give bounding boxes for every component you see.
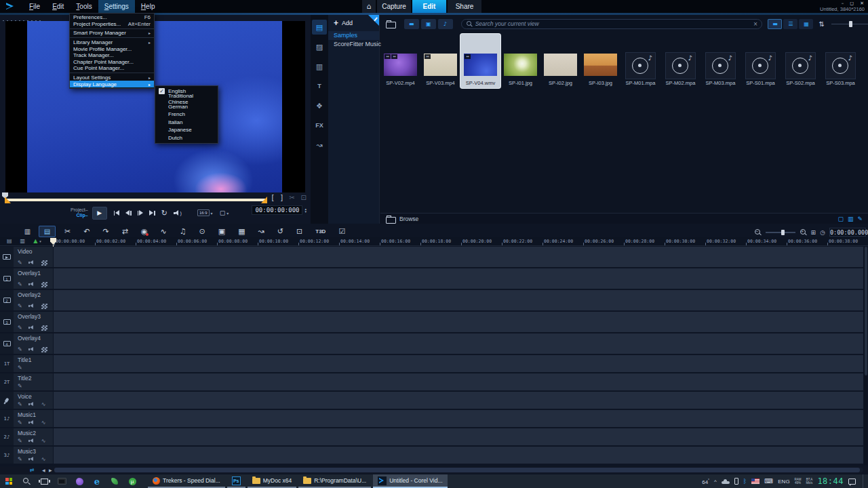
timeline-view-button[interactable]: ▤ [39, 226, 56, 237]
track-header-overlay2[interactable]: 2Overlay2✎ [0, 290, 53, 310]
menu-item-preferences[interactable]: Preferences...F6 [70, 14, 154, 21]
us-flag-icon[interactable] [751, 479, 760, 484]
go-to-end-button[interactable] [149, 209, 155, 217]
trim-clip-button[interactable]: ⇄ [122, 226, 128, 237]
taskbar-clock[interactable]: 18:44 [817, 476, 844, 486]
waveform-icon[interactable]: ∿ [41, 420, 46, 426]
torrent-button[interactable]: µ [123, 474, 141, 488]
scrollbar-thumb[interactable] [54, 468, 860, 472]
track-header-overlay1[interactable]: 1Overlay1✎ [0, 268, 53, 289]
taskbar-window-r-programdata-u[interactable]: R:\ProgramData\U... [298, 474, 371, 488]
notes-button[interactable] [106, 474, 123, 488]
trim-bar[interactable] [5, 199, 267, 201]
library-category-overlay-graphics[interactable]: ❖ [312, 98, 327, 113]
edit-track-icon[interactable]: ✎ [18, 365, 22, 371]
track-header-overlay3[interactable]: 3Overlay3✎ [0, 312, 53, 332]
clip-mode-toggle[interactable]: Clip– [71, 213, 88, 218]
edit-track-icon[interactable]: ✎ [18, 401, 22, 407]
track-transparency-icon[interactable] [41, 347, 47, 352]
mute-track-icon[interactable] [28, 325, 35, 331]
track-lane-music1[interactable] [54, 410, 863, 427]
mute-track-icon[interactable] [28, 402, 35, 407]
timeline-ruler[interactable]: ▤▥▲▾ 00:00:00:0000:00:02:0000:00:04:0000… [0, 237, 868, 246]
undo-button[interactable]: ↶ [83, 226, 90, 237]
chapter-cue-menu-button[interactable]: ▥ [20, 238, 26, 244]
menu-file[interactable]: File [23, 0, 46, 13]
library-folder-samples[interactable]: Samples [328, 31, 379, 40]
taskbar-window-mydoc-x64[interactable]: MyDoc x64 [248, 474, 297, 488]
project-mode-toggle[interactable]: Project– [71, 207, 88, 213]
console-button[interactable] [53, 474, 71, 488]
phone-icon[interactable] [734, 478, 738, 485]
media-item-sp-m03-mpa[interactable]: ♪SP-M03.mpa [701, 34, 741, 88]
view-thumbnail-button[interactable]: ▬ [768, 19, 782, 29]
notification-center-icon[interactable] [848, 479, 856, 485]
menu-settings[interactable]: Settings [98, 0, 135, 13]
aspect-ratio-button[interactable]: 16:9 [197, 209, 213, 216]
mute-track-icon[interactable] [28, 457, 35, 462]
mark-in-button[interactable]: [ [271, 194, 274, 201]
motion-tracking-button[interactable]: ↝ [258, 226, 264, 237]
menu-item-smart-proxy-manager[interactable]: Smart Proxy Manager▸ [70, 30, 154, 37]
track-lane-voice[interactable] [54, 392, 863, 409]
timecode-spinner[interactable]: ▴▾ [304, 207, 307, 213]
storyboard-view-button[interactable]: ▥ [19, 226, 36, 237]
media-item-sp-i03-jpg[interactable]: SP-I03.jpg [580, 34, 620, 88]
view-grid-button[interactable]: ▦ [799, 19, 813, 29]
library-category-filter[interactable]: FX [312, 118, 327, 133]
fit-project-icon[interactable]: ⊞ [811, 229, 816, 236]
zoom-in-icon[interactable]: + [800, 228, 807, 236]
show-desktop-button[interactable] [863, 474, 865, 488]
media-item-sp-v02-mp4[interactable]: ↔↔SP-V02.mp4 [380, 34, 420, 88]
track-transparency-icon[interactable] [41, 325, 47, 331]
filter-videos-button[interactable]: ▬ [404, 19, 419, 29]
mask-creator-button[interactable]: ☑ [338, 226, 345, 237]
restore-button[interactable]: ◻ [850, 1, 854, 6]
minimize-button[interactable]: – [842, 1, 844, 6]
track-header-video[interactable]: Video✎ [0, 247, 53, 267]
start-button[interactable] [0, 474, 18, 488]
show-options-panel-button[interactable]: ▥ [848, 216, 854, 222]
mute-track-icon[interactable] [28, 439, 35, 444]
timeline-zoom-slider[interactable] [766, 228, 795, 236]
track-lane-video[interactable] [54, 247, 863, 267]
tray-expand-chevron[interactable]: ^ [714, 479, 717, 485]
menu-item-library-manager[interactable]: Library Manager▸ [70, 39, 154, 46]
3d-title-editor-button[interactable]: T3D [315, 226, 326, 237]
menu-edit[interactable]: Edit [46, 0, 70, 13]
multi-camera-editor-button[interactable]: ⊡ [296, 226, 302, 237]
tab-share[interactable]: Share [448, 0, 481, 13]
track-header-music3[interactable]: 3♪Music3✎∿ [0, 447, 53, 464]
media-item-sp-s01-mpa[interactable]: ♪SP-S01.mpa [741, 34, 781, 88]
go-to-start-button[interactable] [114, 209, 120, 217]
menu-item-movie-profile-manager[interactable]: Movie Profile Manager... [70, 45, 154, 52]
menu-item-display-language[interactable]: Display Language▸ [70, 81, 154, 87]
edit-track-icon[interactable]: ✎ [18, 260, 22, 266]
track-lane-music2[interactable] [54, 428, 863, 445]
library-category-transition[interactable]: ▥ [312, 59, 327, 74]
menu-item-chapter-point-manager[interactable]: Chapter Point Manager... [70, 59, 154, 66]
browse-label[interactable]: Browse [399, 216, 418, 222]
home-button[interactable]: ⌂ [362, 0, 376, 13]
mute-track-icon[interactable] [28, 347, 35, 352]
volume-button[interactable]: ) [174, 210, 182, 216]
bluetooth-icon[interactable]: ᛒ [743, 478, 747, 485]
play-button[interactable] [92, 207, 107, 220]
menu-item-cue-point-manager[interactable]: Cue Point Manager... [70, 65, 154, 72]
taskbar-window-untitled-corel-vid[interactable]: Untitled - Corel Vid... [373, 474, 447, 488]
track-lane-overlay2[interactable] [54, 290, 863, 310]
timeline-duration[interactable]: 0:00:00.000 [829, 228, 866, 237]
search-box[interactable]: × [461, 19, 763, 29]
media-item-sp-m02-mpa[interactable]: ♪SP-M02.mpa [660, 34, 701, 88]
subtitle-editor-button[interactable]: ▣ [218, 226, 225, 237]
library-folder-scorefitter-music[interactable]: ScoreFitter Music [328, 40, 379, 49]
track-transparency-icon[interactable] [41, 260, 47, 266]
taskbar-window-trekers-speed-dial[interactable]: Trekers - Speed Dial... [148, 474, 225, 488]
vertical-scrollbar[interactable] [864, 247, 867, 465]
library-category-title[interactable]: T [312, 79, 327, 94]
track-header-title2[interactable]: 2TTitle2✎ [0, 373, 53, 390]
language-option-italian[interactable]: Italian [155, 119, 218, 126]
edit-track-icon[interactable]: ✎ [18, 420, 22, 426]
library-category-instant-project[interactable]: ▨ [312, 39, 327, 54]
track-transparency-icon[interactable] [41, 304, 47, 309]
